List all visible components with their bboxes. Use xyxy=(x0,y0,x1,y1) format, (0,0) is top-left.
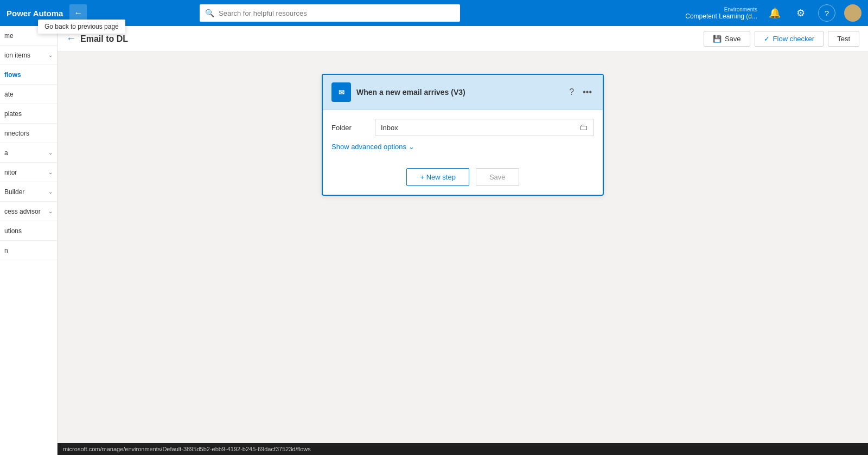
flow-card-header-right: ? ••• xyxy=(567,86,594,98)
save-button[interactable]: 💾 Save xyxy=(704,31,750,47)
chevron-down-icon: ⌄ xyxy=(409,143,414,151)
flow-card-body: Folder Inbox 🗀 Show advanced options ⌄ xyxy=(323,110,603,159)
folder-label: Folder xyxy=(331,124,375,132)
brand-name: Power Automa xyxy=(7,9,63,18)
sidebar-item-create[interactable]: ate xyxy=(0,85,57,104)
sidebar-item-templates[interactable]: plates xyxy=(0,104,57,124)
search-bar: 🔍 xyxy=(200,4,460,22)
chevron-icon: ⌄ xyxy=(48,169,53,175)
environment-label: Environments xyxy=(685,7,757,12)
sidebar-item-builder[interactable]: Builder ⌄ xyxy=(0,182,57,202)
new-step-button[interactable]: + New step xyxy=(406,168,469,186)
search-input[interactable] xyxy=(219,9,455,17)
sidebar: me ion items ⌄ flows ate plates nnectors… xyxy=(0,26,58,455)
status-url: microsoft.com/manage/environments/Defaul… xyxy=(63,446,311,452)
sub-header-back-button[interactable]: ← xyxy=(66,33,76,44)
sidebar-item-solutions[interactable]: utions xyxy=(0,221,57,241)
sub-header-right: 💾 Save ✓ Flow checker Test xyxy=(704,31,859,47)
sidebar-item-data[interactable]: a ⌄ xyxy=(0,143,57,163)
main-layout: me ion items ⌄ flows ate plates nnectors… xyxy=(0,26,868,455)
outlook-icon: ✉ xyxy=(331,82,351,102)
environment-selector[interactable]: Environments Competent Learning (d... xyxy=(685,7,757,20)
content-area: ← Email to DL 💾 Save ✓ Flow checker Test xyxy=(58,26,868,455)
flow-card-title: When a new email arrives (V3) xyxy=(356,88,465,97)
folder-value: Inbox xyxy=(381,124,398,132)
save-icon: 💾 xyxy=(713,35,722,43)
show-advanced-options[interactable]: Show advanced options ⌄ xyxy=(331,143,594,151)
folder-icon: 🗀 xyxy=(579,123,588,132)
environment-name: Competent Learning (d... xyxy=(685,12,757,20)
flow-checker-button[interactable]: ✓ Flow checker xyxy=(755,31,824,47)
flow-card-header-left: ✉ When a new email arrives (V3) xyxy=(331,82,465,102)
sidebar-item-connectors[interactable]: nnectors xyxy=(0,124,57,143)
folder-row: Folder Inbox 🗀 xyxy=(331,119,594,136)
search-icon: 🔍 xyxy=(205,9,214,17)
flow-trigger-card: ✉ When a new email arrives (V3) ? ••• Fo… xyxy=(322,74,604,196)
chevron-icon: ⌄ xyxy=(48,150,53,156)
notifications-button[interactable]: 🔔 xyxy=(766,4,783,22)
flow-card-header[interactable]: ✉ When a new email arrives (V3) ? ••• xyxy=(323,75,603,110)
flow-canvas: ✉ When a new email arrives (V3) ? ••• Fo… xyxy=(58,52,868,443)
chevron-icon: ⌄ xyxy=(48,52,53,58)
user-avatar[interactable] xyxy=(844,4,861,22)
more-options-button[interactable]: ••• xyxy=(580,86,594,98)
flow-checker-icon: ✓ xyxy=(764,35,770,43)
sidebar-item-monitor[interactable]: nitor ⌄ xyxy=(0,163,57,182)
help-button[interactable]: ? xyxy=(818,4,835,22)
chevron-icon: ⌄ xyxy=(48,189,53,195)
status-bar: microsoft.com/manage/environments/Defaul… xyxy=(58,443,868,455)
folder-input[interactable]: Inbox 🗀 xyxy=(375,119,594,136)
sidebar-item-learn[interactable]: n xyxy=(0,241,57,260)
chevron-icon: ⌄ xyxy=(48,208,53,214)
help-card-button[interactable]: ? xyxy=(567,86,576,98)
sub-header: ← Email to DL 💾 Save ✓ Flow checker Test xyxy=(58,26,868,52)
test-button[interactable]: Test xyxy=(828,31,859,47)
sidebar-item-process-advisor[interactable]: cess advisor ⌄ xyxy=(0,202,57,221)
flow-card-footer: + New step Save xyxy=(323,159,603,195)
nav-right: Environments Competent Learning (d... 🔔 … xyxy=(685,4,861,22)
back-tooltip: Go back to previous page xyxy=(38,20,125,34)
sidebar-item-flows[interactable]: flows xyxy=(0,65,57,85)
page-title: Email to DL xyxy=(80,34,128,44)
svg-text:✉: ✉ xyxy=(339,88,344,97)
sidebar-item-action-items[interactable]: ion items ⌄ xyxy=(0,46,57,65)
settings-button[interactable]: ⚙ xyxy=(792,4,809,22)
sub-header-left: ← Email to DL xyxy=(66,33,128,44)
save-flow-button[interactable]: Save xyxy=(476,168,519,186)
top-navigation: Power Automa ← Go back to previous page … xyxy=(0,0,868,26)
